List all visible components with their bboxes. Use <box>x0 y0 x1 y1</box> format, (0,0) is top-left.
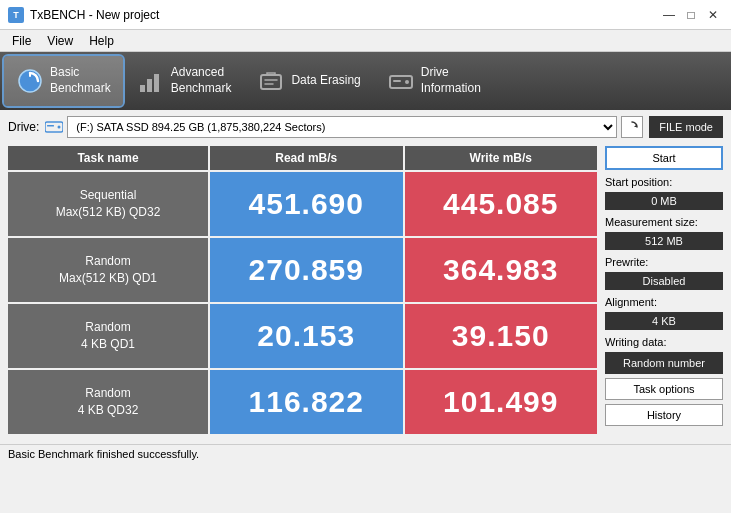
status-bar: Basic Benchmark finished successfully. <box>0 444 731 463</box>
drive-information-label: DriveInformation <box>421 65 481 96</box>
data-erasing-label: Data Erasing <box>291 73 360 89</box>
alignment-label: Alignment: <box>605 296 723 308</box>
prewrite-label: Prewrite: <box>605 256 723 268</box>
status-text: Basic Benchmark finished successfully. <box>8 448 199 460</box>
toolbar-data-erasing[interactable]: Data Erasing <box>245 56 372 106</box>
drive-icon <box>45 120 63 134</box>
read-value-3: 116.822 <box>210 370 403 434</box>
layout: Task name Read mB/s Write mB/s Sequentia… <box>8 146 723 434</box>
basic-benchmark-icon <box>16 67 44 95</box>
writing-data-label: Writing data: <box>605 336 723 348</box>
measurement-size-label: Measurement size: <box>605 216 723 228</box>
task-label-0: SequentialMax(512 KB) QD32 <box>8 172 208 236</box>
write-value-2: 39.150 <box>405 304 598 368</box>
task-label-1: RandomMax(512 KB) QD1 <box>8 238 208 302</box>
table-row: Random4 KB QD1 20.153 39.150 <box>8 304 597 368</box>
write-value-0: 445.085 <box>405 172 598 236</box>
svg-rect-4 <box>261 75 281 89</box>
svg-rect-10 <box>47 125 54 127</box>
main-content: Drive: (F:) SATA SSD 894.25 GB (1,875,38… <box>0 110 731 440</box>
svg-rect-7 <box>393 80 401 82</box>
advanced-benchmark-icon <box>137 67 165 95</box>
prewrite-value: Disabled <box>605 272 723 290</box>
read-value-0: 451.690 <box>210 172 403 236</box>
toolbar-basic-benchmark[interactable]: BasicBenchmark <box>4 56 123 106</box>
svg-point-6 <box>405 80 409 84</box>
svg-rect-2 <box>147 79 152 92</box>
read-value-1: 270.859 <box>210 238 403 302</box>
start-position-value: 0 MB <box>605 192 723 210</box>
maximize-button[interactable]: □ <box>681 6 701 24</box>
menu-file[interactable]: File <box>4 32 39 50</box>
data-erasing-icon <box>257 67 285 95</box>
drive-row: Drive: (F:) SATA SSD 894.25 GB (1,875,38… <box>8 116 723 138</box>
task-label-2: Random4 KB QD1 <box>8 304 208 368</box>
table-row: Random4 KB QD32 116.822 101.499 <box>8 370 597 434</box>
window-controls: — □ ✕ <box>659 6 723 24</box>
start-position-label: Start position: <box>605 176 723 188</box>
drive-label: Drive: <box>8 120 39 134</box>
svg-point-9 <box>58 126 61 129</box>
writing-data-button[interactable]: Random number <box>605 352 723 374</box>
file-mode-button[interactable]: FILE mode <box>649 116 723 138</box>
read-value-2: 20.153 <box>210 304 403 368</box>
advanced-benchmark-label: AdvancedBenchmark <box>171 65 232 96</box>
start-button[interactable]: Start <box>605 146 723 170</box>
drive-select[interactable]: (F:) SATA SSD 894.25 GB (1,875,380,224 S… <box>67 116 617 138</box>
task-options-button[interactable]: Task options <box>605 378 723 400</box>
menu-bar: File View Help <box>0 30 731 52</box>
svg-rect-3 <box>154 74 159 92</box>
drive-information-icon <box>387 67 415 95</box>
header-write: Write mB/s <box>405 146 598 170</box>
drive-select-wrapper: (F:) SATA SSD 894.25 GB (1,875,380,224 S… <box>45 116 643 138</box>
write-value-1: 364.983 <box>405 238 598 302</box>
benchmark-area: Task name Read mB/s Write mB/s Sequentia… <box>8 146 597 434</box>
drive-refresh-button[interactable] <box>621 116 643 138</box>
basic-benchmark-label: BasicBenchmark <box>50 65 111 96</box>
minimize-button[interactable]: — <box>659 6 679 24</box>
toolbar-advanced-benchmark[interactable]: AdvancedBenchmark <box>125 56 244 106</box>
write-value-3: 101.499 <box>405 370 598 434</box>
close-button[interactable]: ✕ <box>703 6 723 24</box>
table-row: RandomMax(512 KB) QD1 270.859 364.983 <box>8 238 597 302</box>
header-task: Task name <box>8 146 208 170</box>
table-row: SequentialMax(512 KB) QD32 451.690 445.0… <box>8 172 597 236</box>
menu-help[interactable]: Help <box>81 32 122 50</box>
svg-rect-1 <box>140 85 145 92</box>
task-label-3: Random4 KB QD32 <box>8 370 208 434</box>
toolbar: BasicBenchmark AdvancedBenchmark Data Er… <box>0 52 731 110</box>
app-icon: T <box>8 7 24 23</box>
title-bar: T TxBENCH - New project — □ ✕ <box>0 0 731 30</box>
right-panel: Start Start position: 0 MB Measurement s… <box>605 146 723 434</box>
alignment-value: 4 KB <box>605 312 723 330</box>
window-title: TxBENCH - New project <box>30 8 159 22</box>
measurement-size-value: 512 MB <box>605 232 723 250</box>
history-button[interactable]: History <box>605 404 723 426</box>
bench-header: Task name Read mB/s Write mB/s <box>8 146 597 170</box>
header-read: Read mB/s <box>210 146 403 170</box>
toolbar-drive-information[interactable]: DriveInformation <box>375 56 493 106</box>
bench-rows: SequentialMax(512 KB) QD32 451.690 445.0… <box>8 172 597 434</box>
title-bar-left: T TxBENCH - New project <box>8 7 159 23</box>
menu-view[interactable]: View <box>39 32 81 50</box>
